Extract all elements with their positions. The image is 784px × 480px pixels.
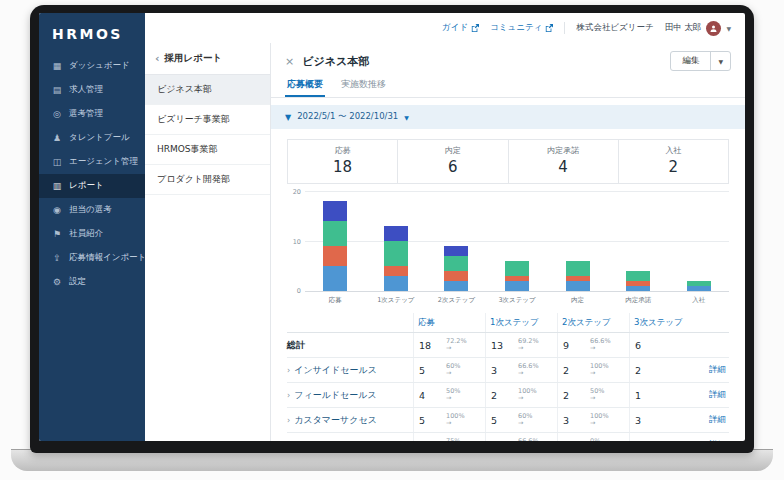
overview-tab[interactable]: 応募概要 xyxy=(285,78,325,97)
rate-percent: 75% xyxy=(446,438,485,441)
edit-button[interactable]: 編集 xyxy=(671,52,711,70)
filter-chevron-down-icon[interactable]: ▼ xyxy=(404,114,409,121)
chart-xlabel: 1次ステップ xyxy=(366,296,427,305)
conversion-rate: 66.6%→ xyxy=(511,363,557,378)
table-column-header: 3次ステップ xyxy=(629,313,701,332)
sidebar-item-my-screening[interactable]: ◉担当の選考 xyxy=(39,198,145,222)
conversion-rate: 50%→ xyxy=(583,388,629,403)
guide-link[interactable]: ガイド xyxy=(442,22,479,34)
sidebar-item-referral[interactable]: ⚑社員紹介 xyxy=(39,222,145,246)
detail-link[interactable]: 詳細 xyxy=(701,389,729,401)
sidebar-item-dashboard[interactable]: ▦ダッシュボード xyxy=(39,54,145,78)
chevron-right-icon: › xyxy=(287,391,290,400)
detail-link[interactable]: 詳細 xyxy=(701,364,729,376)
chart-plot: 01020 xyxy=(305,192,729,292)
my-screening-icon: ◉ xyxy=(52,205,62,215)
edit-dropdown-caret-icon[interactable]: ▼ xyxy=(711,52,730,70)
date-range-filter[interactable]: 2022/5/1 〜 2022/10/31 xyxy=(297,111,398,123)
top-link-label: コミュニティ xyxy=(490,22,542,34)
chart-xlabel: 内定 xyxy=(547,296,608,305)
community-link[interactable]: コミュニティ xyxy=(490,22,553,34)
topbar: ガイドコミュニティ 株式会社ビズリーチ 田中 太郎 ▼ xyxy=(145,13,745,43)
sidebar-item-label: 選考管理 xyxy=(69,108,103,120)
conversion-rate: 100%→ xyxy=(583,363,629,378)
trend-tab[interactable]: 実施数推移 xyxy=(339,78,388,97)
user-menu[interactable]: 田中 太郎 ▼ xyxy=(665,21,731,36)
summary-metric: 内定6 xyxy=(397,140,507,183)
chevron-right-icon: › xyxy=(287,416,290,425)
rate-percent: 60% xyxy=(518,413,557,420)
stage-count: 3 xyxy=(557,408,583,432)
stage-count: 0 xyxy=(629,433,655,441)
report-nav-item[interactable]: ビズリーチ事業部 xyxy=(145,105,270,135)
chart-segment xyxy=(687,286,711,291)
close-icon[interactable]: × xyxy=(285,55,294,68)
sidebar-item-import[interactable]: ⇪応募情報インポート xyxy=(39,246,145,270)
summary-label: 応募 xyxy=(288,145,397,156)
summary-metric: 入社2 xyxy=(618,140,728,183)
detail-link[interactable]: 詳細 xyxy=(701,439,729,441)
rate-arrow-icon: → xyxy=(590,420,629,427)
stage-count: 2 xyxy=(557,358,583,382)
chart-bar xyxy=(566,261,590,291)
table-row-toggle[interactable]: ›カスタマーサクセス xyxy=(287,414,413,427)
chart-bar-slot xyxy=(426,192,487,291)
sidebar-item-talent-pool[interactable]: ♟タレントプール xyxy=(39,126,145,150)
sidebar-item-jobs[interactable]: ▤求人管理 xyxy=(39,78,145,102)
sidebar-item-label: ダッシュボード xyxy=(69,60,130,72)
chevron-right-icon: › xyxy=(287,441,290,442)
table-row: ›マーケティング475%→366.6%→20%→0詳細 xyxy=(287,433,729,441)
sidebar-item-settings[interactable]: ⚙設定 xyxy=(39,270,145,294)
rate-arrow-icon: → xyxy=(590,395,629,402)
chart-xlabel: 入社 xyxy=(668,296,729,305)
summary-metric: 応募18 xyxy=(288,140,397,183)
chevron-down-icon: ▼ xyxy=(726,25,731,32)
chart-segment xyxy=(626,286,650,291)
table-row-toggle[interactable]: ›マーケティング xyxy=(287,439,413,442)
chart-bar-slot xyxy=(487,192,548,291)
chart-xlabel: 内定承諾 xyxy=(608,296,669,305)
chart-segment xyxy=(566,281,590,291)
summary-value: 18 xyxy=(288,158,397,176)
company-name: 株式会社ビズリーチ xyxy=(576,22,653,34)
stage-count: 1 xyxy=(629,383,655,407)
report-nav-item[interactable]: ビジネス本部 xyxy=(145,75,270,105)
topbar-links: ガイドコミュニティ xyxy=(442,22,553,34)
report-nav-item[interactable]: HRMOS事業部 xyxy=(145,135,270,165)
report-nav-item[interactable]: プロダクト開発部 xyxy=(145,165,270,195)
detail-link[interactable]: 詳細 xyxy=(701,414,729,426)
rate-percent: 66.6% xyxy=(590,338,629,345)
tabs: 応募概要実施数推移 xyxy=(271,71,745,98)
sidebar-item-agent[interactable]: ◫エージェント管理 xyxy=(39,150,145,174)
chart-segment xyxy=(384,276,408,291)
table-header-row: 応募1次ステップ2次ステップ3次ステップ xyxy=(287,313,729,333)
referral-icon: ⚑ xyxy=(52,229,62,239)
rate-percent: 0% xyxy=(590,438,629,441)
conversion-rate: 100%→ xyxy=(511,388,557,403)
filter-funnel-icon: ▼ xyxy=(285,113,291,122)
agent-icon: ◫ xyxy=(52,157,62,167)
stage-count: 3 xyxy=(629,408,655,432)
conversion-rate: 69.2%→ xyxy=(511,338,557,353)
chevron-left-icon: ‹ xyxy=(155,53,160,64)
table-row-toggle[interactable]: ›インサイドセールス xyxy=(287,364,413,377)
table-row-toggle[interactable]: ›フィールドセールス xyxy=(287,389,413,402)
rate-percent: 60% xyxy=(446,363,485,370)
chart-segment xyxy=(566,261,590,276)
rate-percent: 69.2% xyxy=(518,338,557,345)
sidebar-item-label: レポート xyxy=(69,180,104,192)
funnel-chart: 01020 応募1次ステップ2次ステップ3次ステップ内定内定承諾入社 xyxy=(287,192,729,305)
edit-button-group: 編集 ▼ xyxy=(670,51,731,71)
sidebar-item-screening[interactable]: ◎選考管理 xyxy=(39,102,145,126)
chart-bars xyxy=(305,192,729,291)
stage-count: 5 xyxy=(413,358,439,382)
funnel-table: 応募1次ステップ2次ステップ3次ステップ総計1872.2%→1369.2%→96… xyxy=(287,313,729,441)
report-nav-panel: ‹ 採用レポート ビジネス本部ビズリーチ事業部HRMOS事業部プロダクト開発部 xyxy=(145,43,271,441)
table-row: ›インサイドセールス560%→366.6%→2100%→2詳細 xyxy=(287,358,729,383)
chart-bar xyxy=(505,261,529,291)
sidebar-item-label: 担当の選考 xyxy=(69,204,112,216)
chart-segment xyxy=(384,266,408,276)
report-nav-header[interactable]: ‹ 採用レポート xyxy=(145,43,270,75)
chart-segment xyxy=(384,226,408,241)
sidebar-item-report[interactable]: ▥レポート xyxy=(39,174,145,198)
